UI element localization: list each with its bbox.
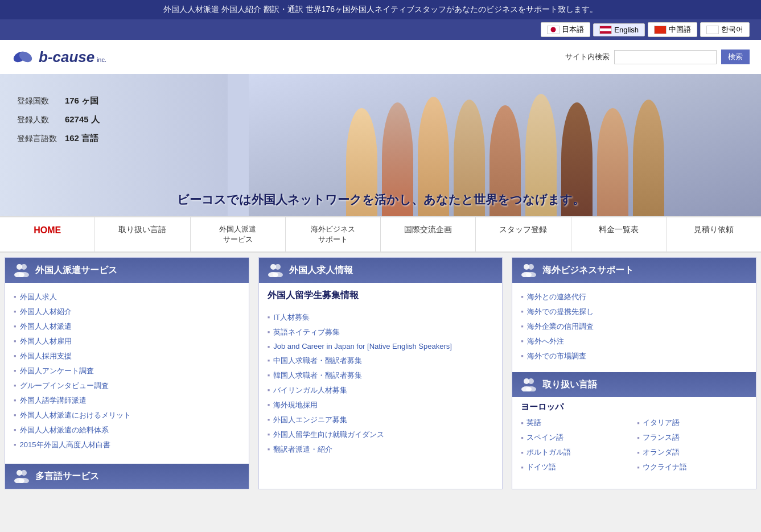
lang-japanese[interactable]: 日本語 (541, 22, 590, 37)
main-content: 外国人派遣サービス 外国人求人 外国人人材紹介 外国人人材派遣 外国人人材雇用 … (0, 253, 761, 494)
col-overseas-header: 海外ビジネスサポート (512, 258, 756, 283)
link-contact-proxy[interactable]: 海外との連絡代行 (527, 292, 586, 302)
nav-exchange[interactable]: 国際交流企画 (381, 217, 476, 251)
link-gaijin-merit[interactable]: 外国人人材派遣におけるメリット (20, 410, 131, 420)
list-item: 中国人求職者・翻訳者募集 (268, 353, 494, 368)
link-gaijin-kyujin[interactable]: 外国人求人 (20, 292, 57, 302)
svg-point-11 (275, 264, 281, 270)
link-korean-recruit[interactable]: 韓国人求職者・翻訳者募集 (273, 370, 362, 381)
link-group-interview[interactable]: グループインタビュー調査 (20, 381, 109, 391)
search-label: サイト内検索 (565, 52, 610, 62)
search-input[interactable] (614, 50, 717, 64)
link-overseas-local[interactable]: 海外現地採用 (273, 400, 318, 410)
nav-quote[interactable]: 見積り依頼 (667, 217, 761, 251)
link-gaijin-hakusho[interactable]: 2015年外国人高度人材白書 (20, 440, 110, 450)
nav-languages-link[interactable]: 取り扱い言語 (95, 217, 190, 242)
link-job-career-japan[interactable]: Job and Career in Japan for [Native Engl… (273, 342, 452, 350)
top-banner: 外国人人材派遣 外国人紹介 翻訳・通訳 世界176ヶ国外国人ネイティブスタッフが… (0, 0, 761, 19)
col-jobs-header: 外国人求人情報 (259, 258, 503, 283)
nav-quote-link[interactable]: 見積り依頼 (667, 217, 761, 242)
jobs-links: IT人材募集 英語ネイティブ募集 Job and Career in Japan… (268, 310, 494, 457)
list-item: 海外企業の信用調査 (521, 319, 747, 334)
nav-staffing-link[interactable]: 外国人派遣サービス (191, 217, 285, 251)
link-gaijin-koyo[interactable]: 外国人人材雇用 (20, 336, 72, 347)
europe-lang-grid: 英語 イタリア語 スペイン語 フランス語 ポルトガル語 オランダ語 ドイツ語 ウ… (521, 416, 747, 474)
logo-icon (11, 46, 34, 68)
col-multilang-header: 多言語サービス (5, 464, 249, 489)
main-nav: HOME 取り扱い言語 外国人派遣サービス 海外ビジネスサポート 国際交流企画 … (0, 216, 761, 253)
nav-register[interactable]: スタッフ登録 (476, 217, 571, 251)
link-french[interactable]: フランス語 (637, 431, 747, 444)
link-gaijin-gogaku[interactable]: 外国人語学講師派遣 (20, 395, 87, 406)
language-bar: 日本語 English 中国語 한국어 (0, 19, 761, 40)
link-partner-search[interactable]: 海外での提携先探し (527, 307, 594, 317)
stat-countries: 登録国数 176 ヶ国 (17, 91, 211, 110)
svg-point-3 (21, 264, 27, 270)
nav-exchange-link[interactable]: 国際交流企画 (381, 217, 475, 242)
link-ukrainian[interactable]: ウクライナ語 (637, 460, 747, 474)
search-button[interactable]: 検索 (721, 50, 750, 64)
link-dutch[interactable]: オランダ語 (637, 446, 747, 459)
link-chinese-recruit[interactable]: 中国人求職者・翻訳者募集 (273, 356, 362, 366)
col-jobs-title: 外国人求人情報 (289, 265, 353, 277)
link-italian[interactable]: イタリア語 (637, 416, 747, 430)
nav-languages[interactable]: 取り扱い言語 (95, 217, 190, 251)
link-gaijin-enquete[interactable]: 外国人アンケート調査 (20, 366, 94, 376)
list-item: 外国人語学講師派遣 (14, 393, 240, 408)
list-item: 外国人人材派遣 (14, 319, 240, 334)
header: b-cause inc. サイト内検索 検索 (0, 40, 761, 74)
link-translator[interactable]: 翻訳者派遣・紹介 (273, 444, 332, 455)
link-english-native[interactable]: 英語ネイティブ募集 (273, 327, 340, 337)
col-jobs-body: 外国人留学生募集情報 IT人材募集 英語ネイティブ募集 Job and Care… (259, 283, 503, 464)
list-item: グループインタビュー調査 (14, 378, 240, 393)
lang-english[interactable]: English (593, 23, 645, 36)
nav-staffing[interactable]: 外国人派遣サービス (191, 217, 286, 251)
link-it-recruit[interactable]: IT人材募集 (273, 312, 310, 323)
list-item: 英語ネイティブ募集 (268, 325, 494, 340)
link-student-guidance[interactable]: 外国人留学生向け就職ガイダンス (273, 430, 384, 440)
hero-section: 登録国数 176 ヶ国 登録人数 62745 人 登録言語数 162 言語 (0, 74, 761, 216)
list-item: 外国人人材紹介 (14, 304, 240, 319)
person-8 (597, 108, 628, 216)
nav-home-link[interactable]: HOME (0, 217, 94, 244)
col-staffing-title: 外国人派遣サービス (35, 265, 117, 277)
nav-pricing-link[interactable]: 料金一覧表 (571, 217, 666, 242)
logo-inc: inc. (97, 56, 106, 63)
nav-overseas[interactable]: 海外ビジネスサポート (286, 217, 381, 251)
link-spanish[interactable]: スペイン語 (521, 431, 631, 444)
svg-point-7 (21, 470, 27, 476)
flag-jp-icon (547, 26, 560, 34)
link-english[interactable]: 英語 (521, 416, 631, 430)
hero-stats: 登録国数 176 ヶ国 登録人数 62745 人 登録言語数 162 言語 (17, 91, 211, 147)
flag-kr-icon (706, 26, 719, 34)
flag-cn-icon (654, 26, 667, 34)
list-item: 外国人エンジニア募集 (268, 413, 494, 427)
region-europe: ヨーロッパ (521, 402, 747, 413)
lang-chinese[interactable]: 中国語 (648, 22, 697, 37)
link-gaijin-haken[interactable]: 外国人人材派遣 (20, 321, 72, 332)
nav-home[interactable]: HOME (0, 217, 95, 251)
link-gaijin-kyuryo[interactable]: 外国人人材派遣の給料体系 (20, 425, 109, 435)
link-market-research[interactable]: 海外での市場調査 (527, 351, 586, 361)
jobs-icon (268, 263, 283, 277)
link-outsource[interactable]: 海外へ外注 (527, 336, 564, 347)
link-gaijin-saiyou[interactable]: 外国人採用支援 (20, 351, 72, 361)
col-overseas-body: 海外との連絡代行 海外での提携先探し 海外企業の信用調査 海外へ外注 海外での市… (512, 283, 756, 481)
link-bilingual-recruit[interactable]: バイリンガル人材募集 (273, 385, 347, 395)
overseas-icon (521, 263, 537, 277)
link-credit-check[interactable]: 海外企業の信用調査 (527, 321, 594, 332)
link-engineer-recruit[interactable]: 外国人エンジニア募集 (273, 415, 347, 425)
list-item: 海外での市場調査 (521, 349, 747, 364)
lang-korean[interactable]: 한국어 (700, 22, 750, 37)
link-portuguese[interactable]: ポルトガル語 (521, 446, 631, 459)
lang-korean-label: 한국어 (721, 24, 743, 35)
nav-overseas-link[interactable]: 海外ビジネスサポート (286, 217, 380, 251)
col-staffing-header: 外国人派遣サービス (5, 258, 249, 283)
nav-register-link[interactable]: スタッフ登録 (476, 217, 570, 242)
overseas-links: 海外との連絡代行 海外での提携先探し 海外企業の信用調査 海外へ外注 海外での市… (521, 290, 747, 364)
link-gaijin-shokai[interactable]: 外国人人材紹介 (20, 307, 72, 317)
nav-pricing[interactable]: 料金一覧表 (571, 217, 667, 251)
col-jobs: 外国人求人情報 外国人留学生募集情報 IT人材募集 英語ネイティブ募集 Job … (258, 257, 503, 489)
logo-brand: b-cause (39, 48, 94, 65)
link-german[interactable]: ドイツ語 (521, 460, 631, 474)
